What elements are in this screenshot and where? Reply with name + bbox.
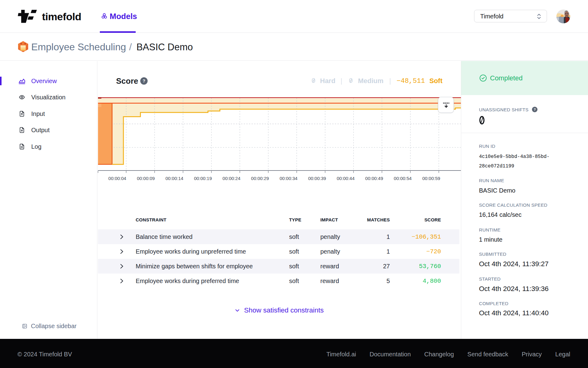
svg-text:00:00:44: 00:00:44 [337,176,354,181]
svg-text:00:00:39: 00:00:39 [308,176,326,181]
svg-text:00:00:34: 00:00:34 [280,176,297,181]
svg-text:00:00:54: 00:00:54 [394,176,412,181]
svg-text:00:00:14: 00:00:14 [165,176,183,181]
svg-text:00:00:19: 00:00:19 [194,176,212,181]
svg-text:00:00:24: 00:00:24 [223,176,240,181]
svg-text:00:00:29: 00:00:29 [251,176,269,181]
svg-text:00:00:04: 00:00:04 [108,176,126,181]
svg-text:00:00:59: 00:00:59 [422,176,440,181]
svg-text:00:00:09: 00:00:09 [137,176,155,181]
svg-text:00:00:49: 00:00:49 [365,176,383,181]
svg-text:?: ? [534,108,536,111]
